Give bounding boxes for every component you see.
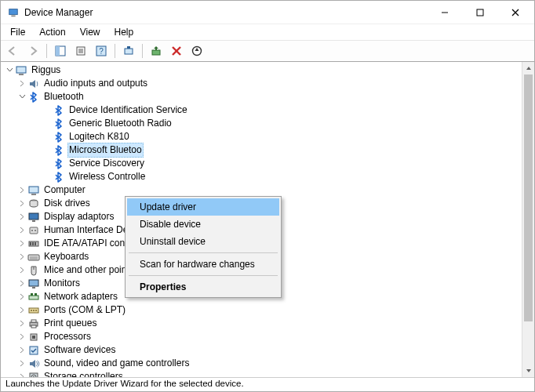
chevron-down-icon[interactable]: [16, 93, 27, 100]
context-menu: Update driver Disable device Uninstall d…: [125, 196, 282, 298]
scan-hardware-button[interactable]: [120, 42, 137, 60]
svg-rect-25: [29, 213, 38, 220]
svg-rect-21: [19, 74, 24, 75]
update-driver-button[interactable]: [147, 42, 165, 60]
tree-device[interactable]: Generic Bluetooth Radio: [4, 117, 522, 130]
tree-category[interactable]: Sound, video and game controllers: [4, 357, 522, 370]
chevron-right-icon[interactable]: [16, 373, 27, 377]
scroll-thumb[interactable]: [524, 74, 533, 321]
tree-device[interactable]: Logitech K810: [4, 130, 522, 143]
tree-category[interactable]: Bluetooth: [4, 90, 522, 103]
chevron-right-icon[interactable]: [16, 253, 27, 260]
scroll-track[interactable]: [522, 74, 534, 365]
chevron-right-icon[interactable]: [16, 80, 27, 87]
scroll-down-button[interactable]: [522, 365, 534, 377]
svg-rect-49: [31, 325, 36, 328]
chevron-right-icon[interactable]: [16, 267, 27, 274]
tree-node-label: Service Discovery: [67, 157, 146, 170]
tree-device[interactable]: Device Identification Service: [4, 103, 522, 117]
tree-node-label: Monitors: [42, 277, 82, 290]
help-button[interactable]: ?: [93, 42, 110, 60]
menu-help[interactable]: Help: [108, 25, 140, 39]
monitor-icon: [27, 278, 40, 290]
tree-node-label: Microsoft Bluetoo: [67, 143, 144, 158]
disk-icon: [27, 198, 40, 210]
menu-view[interactable]: View: [74, 25, 107, 39]
chevron-right-icon[interactable]: [16, 187, 27, 194]
menu-action[interactable]: Action: [33, 25, 71, 39]
tree-category[interactable]: Storage controllers: [4, 370, 522, 377]
toolbar-separator: [142, 44, 143, 58]
tree-category[interactable]: Audio inputs and outputs: [4, 77, 522, 90]
ctx-uninstall-device[interactable]: Uninstall device: [127, 233, 279, 250]
network-icon: [27, 291, 40, 303]
vertical-scrollbar[interactable]: [522, 62, 534, 377]
ports-icon: [27, 304, 40, 317]
ctx-properties[interactable]: Properties: [127, 278, 279, 296]
tree-category[interactable]: Software devices: [4, 343, 522, 357]
cpu-icon: [27, 331, 40, 343]
tree-category[interactable]: Processors: [4, 330, 522, 343]
tree-node-label: IDE ATA/ATAPI contr: [42, 237, 132, 250]
chevron-right-icon[interactable]: [16, 240, 27, 247]
keyboard-icon: [27, 251, 40, 263]
svg-rect-40: [29, 296, 38, 299]
tree-node-label: Device Identification Service: [67, 103, 189, 117]
chevron-right-icon[interactable]: [16, 320, 27, 327]
chevron-right-icon[interactable]: [16, 360, 27, 367]
app-icon: [7, 6, 20, 19]
tree-category[interactable]: Computer: [4, 183, 522, 197]
svg-rect-15: [127, 46, 130, 49]
tree-root[interactable]: Riggus: [4, 64, 522, 77]
back-button[interactable]: [4, 42, 21, 60]
window-controls: [427, 1, 533, 24]
tree-device[interactable]: Service Discovery: [4, 157, 522, 170]
close-button[interactable]: [497, 1, 533, 24]
tree-node-label: Display adaptors: [42, 210, 115, 223]
svg-point-28: [31, 230, 33, 231]
hid-icon: [27, 224, 40, 237]
tree-node-label: Riggus: [30, 64, 62, 77]
ctx-scan-hardware[interactable]: Scan for hardware changes: [127, 256, 279, 273]
chevron-right-icon[interactable]: [16, 227, 27, 234]
tree-category[interactable]: Print queues: [4, 317, 522, 330]
tree-device[interactable]: Wireless Controlle: [4, 170, 522, 183]
disable-button[interactable]: [188, 42, 206, 60]
properties-button[interactable]: [72, 42, 89, 60]
svg-rect-48: [31, 320, 36, 322]
tree-node-label: Keyboards: [42, 250, 90, 263]
bluetooth-icon: [53, 118, 65, 130]
svg-rect-16: [152, 50, 160, 55]
uninstall-button[interactable]: [168, 42, 185, 60]
forward-button[interactable]: [24, 42, 42, 60]
tree-node-label: Sound, video and game controllers: [42, 357, 191, 370]
svg-rect-23: [31, 194, 36, 195]
tree-category[interactable]: Ports (COM & LPT): [4, 303, 522, 317]
svg-rect-7: [56, 46, 60, 56]
chevron-right-icon[interactable]: [16, 307, 27, 314]
chevron-right-icon[interactable]: [16, 333, 27, 340]
tree-node-label: Human Interface Dev: [42, 223, 134, 237]
toolbar-separator: [46, 44, 47, 58]
chevron-right-icon[interactable]: [16, 213, 27, 220]
ctx-disable-device[interactable]: Disable device: [127, 216, 279, 233]
chevron-right-icon[interactable]: [16, 347, 27, 354]
svg-rect-27: [30, 227, 38, 234]
tree-device[interactable]: Microsoft Bluetoo: [4, 143, 522, 157]
maximize-button[interactable]: [462, 1, 497, 24]
chevron-right-icon[interactable]: [16, 280, 27, 287]
audio-icon: [27, 78, 40, 90]
ctx-update-driver[interactable]: Update driver: [127, 198, 279, 216]
chevron-right-icon[interactable]: [16, 293, 27, 300]
show-hide-tree-button[interactable]: [52, 42, 69, 60]
svg-text:?: ?: [99, 47, 104, 56]
print-icon: [27, 318, 40, 330]
sound-icon: [27, 358, 40, 370]
chevron-down-icon[interactable]: [4, 67, 15, 74]
minimize-button[interactable]: [427, 1, 462, 24]
tree-node-label: Ports (COM & LPT): [42, 303, 127, 317]
svg-point-29: [35, 230, 36, 231]
chevron-right-icon[interactable]: [16, 200, 27, 207]
menu-file[interactable]: File: [4, 25, 31, 39]
scroll-up-button[interactable]: [522, 62, 534, 74]
